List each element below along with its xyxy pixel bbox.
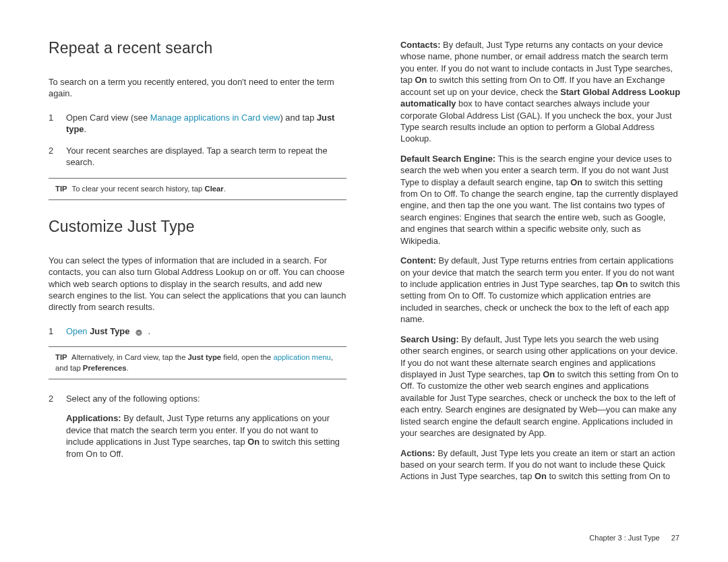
- bold-on: On: [247, 437, 260, 447]
- bold-clear: Clear: [204, 185, 223, 193]
- tip-text: .: [224, 185, 226, 193]
- step-number: 1: [49, 112, 66, 135]
- step-2-recent-searches: 2 Your recent searches are displayed. Ta…: [49, 145, 346, 168]
- steps-customize: 1 Open Just Type .: [49, 325, 346, 337]
- step-1-open-just-type: 1 Open Just Type .: [49, 325, 346, 337]
- option-applications: Applications: By default, Just Type retu…: [66, 412, 346, 460]
- page-body: Repeat a recent search To search on a te…: [0, 0, 728, 512]
- option-label: Default Search Engine:: [400, 154, 495, 164]
- tip-clear-history: TIP To clear your recent search history,…: [49, 178, 346, 200]
- option-label: Applications:: [66, 413, 121, 423]
- steps-repeat-search: 1 Open Card view (see Manage application…: [49, 112, 346, 168]
- tip-label: TIP: [55, 185, 70, 193]
- step-text: .: [84, 124, 87, 134]
- step-text: ) and tap: [280, 113, 316, 123]
- link-manage-applications[interactable]: Manage applications in Card view: [150, 113, 280, 123]
- bold-on: On: [415, 75, 427, 85]
- option-search-using: Search Using: By default, Just Type lets…: [400, 334, 681, 439]
- option-label: Search Using:: [400, 334, 459, 344]
- option-label: Content:: [400, 255, 436, 266]
- intro-customize: You can select the types of information …: [49, 255, 346, 313]
- bold-on: On: [543, 369, 555, 379]
- bold-on: On: [615, 279, 628, 289]
- option-label: Contacts:: [400, 40, 440, 50]
- tip-text: To clear your recent search history, tap: [70, 185, 205, 193]
- link-open[interactable]: Open: [66, 326, 88, 336]
- option-text: By default, Just Type returns any contac…: [400, 40, 663, 61]
- tip-label: TIP: [55, 353, 70, 361]
- step-number: 2: [49, 145, 66, 168]
- option-text: to switch this setting from On to Off. T…: [400, 369, 678, 438]
- step-number: 1: [49, 325, 66, 337]
- option-contacts: Contacts: By default, Just Type returns …: [400, 39, 681, 145]
- bold-just-type-field: Just type: [188, 353, 222, 361]
- page-footer: Chapter 3 : Just Type 27: [589, 534, 679, 542]
- step-text: Select any of the following options:: [66, 394, 200, 404]
- tip-text: field, open the: [221, 353, 273, 361]
- bold-on: On: [535, 471, 547, 481]
- just-type-app-icon: [134, 327, 144, 336]
- footer-page-number: 27: [662, 534, 679, 542]
- step-text: .: [146, 326, 150, 336]
- tip-text: Alternatively, in Card view, tap the: [70, 353, 188, 361]
- bold-just-type-app: Just Type: [90, 326, 129, 336]
- heading-customize-just-type: Customize Just Type: [49, 218, 346, 236]
- step-text: Open Card view (see: [66, 113, 150, 123]
- footer-chapter: Chapter 3 : Just Type: [589, 534, 659, 542]
- intro-repeat-search: To search on a term you recently entered…: [49, 76, 346, 100]
- svg-rect-1: [138, 330, 141, 332]
- tip-text: .: [127, 364, 129, 372]
- tip-card-view-preferences: TIP Alternatively, in Card view, tap the…: [49, 346, 346, 379]
- option-label: Actions:: [400, 448, 435, 458]
- option-default-search-engine: Default Search Engine: This is the searc…: [400, 153, 681, 247]
- bold-preferences: Preferences: [83, 364, 127, 372]
- bold-on: On: [570, 177, 582, 187]
- step-1-open-card-view: 1 Open Card view (see Manage application…: [49, 112, 346, 135]
- step-text: Your recent searches are displayed. Tap …: [66, 145, 346, 168]
- option-content: Content: By default, Just Type returns e…: [400, 255, 681, 325]
- link-application-menu[interactable]: application menu: [273, 353, 330, 361]
- svg-point-2: [138, 332, 140, 334]
- heading-repeat-search: Repeat a recent search: [49, 39, 346, 57]
